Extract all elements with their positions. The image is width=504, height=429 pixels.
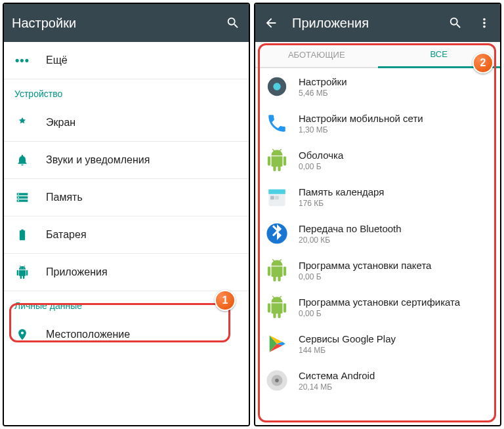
app-meta: Сервисы Google Play144 МБ bbox=[299, 333, 396, 355]
app-name: Система Android bbox=[299, 370, 375, 381]
apps-content: АБОТАЮЩИЕ ВСЕ Настройки5,46 МБНастройки … bbox=[255, 42, 500, 425]
svg-rect-5 bbox=[275, 196, 279, 200]
app-name: Сервисы Google Play bbox=[299, 333, 396, 344]
battery-icon bbox=[14, 228, 30, 241]
svg-point-1 bbox=[273, 83, 280, 90]
app-meta: Настройки5,46 МБ bbox=[299, 76, 347, 98]
display-label: Экран bbox=[46, 117, 75, 129]
svg-point-13 bbox=[275, 378, 279, 382]
svg-rect-4 bbox=[270, 196, 274, 200]
app-size: 1,30 МБ bbox=[299, 125, 423, 134]
section-device: Устройство bbox=[4, 79, 249, 104]
app-row[interactable]: Программа установки пакета0,00 Б bbox=[255, 252, 500, 289]
location-icon bbox=[14, 328, 30, 341]
apps-icon bbox=[14, 266, 30, 279]
search-icon[interactable] bbox=[225, 15, 241, 31]
bluetooth-icon bbox=[264, 221, 289, 246]
app-row[interactable]: Система Android20,14 МБ bbox=[255, 362, 500, 399]
system-icon bbox=[264, 368, 289, 393]
app-row[interactable]: Сервисы Google Play144 МБ bbox=[255, 325, 500, 362]
phone-icon bbox=[264, 111, 289, 136]
app-meta: Программа установки пакета0,00 Б bbox=[299, 260, 431, 281]
tab-running[interactable]: АБОТАЮЩИЕ bbox=[255, 42, 378, 67]
display-icon bbox=[14, 116, 30, 129]
page-title: Приложения bbox=[292, 16, 434, 31]
apps-label: Приложения bbox=[46, 266, 108, 278]
app-name: Настройки bbox=[299, 76, 347, 87]
app-name: Программа установки сертификата bbox=[299, 296, 460, 308]
step-badge-1: 1 bbox=[215, 290, 236, 311]
android-icon bbox=[264, 295, 289, 319]
app-size: 0,00 Б bbox=[299, 309, 460, 318]
app-size: 144 МБ bbox=[299, 346, 396, 355]
app-row[interactable]: Оболочка0,00 Б bbox=[255, 142, 500, 178]
tabs: АБОТАЮЩИЕ ВСЕ bbox=[255, 42, 500, 68]
appbar-apps: Приложения bbox=[255, 4, 500, 42]
storage-icon bbox=[14, 191, 30, 204]
app-meta: Настройки мобильной сети1,30 МБ bbox=[299, 113, 423, 134]
row-battery[interactable]: Батарея bbox=[4, 216, 249, 253]
app-row[interactable]: Передача по Bluetooth20,00 КБ bbox=[255, 215, 500, 252]
app-name: Программа установки пакета bbox=[299, 260, 431, 271]
play-icon bbox=[264, 331, 289, 356]
page-title: Настройки bbox=[12, 16, 212, 31]
settings-content: ••• Ещё Устройство Экран Звуки и уведомл… bbox=[4, 42, 249, 425]
app-size: 0,00 Б bbox=[299, 272, 431, 281]
row-location[interactable]: Местоположение bbox=[4, 316, 249, 353]
app-size: 20,14 МБ bbox=[299, 382, 375, 392]
step-badge-2: 2 bbox=[472, 52, 494, 73]
app-name: Оболочка bbox=[299, 150, 343, 161]
app-row[interactable]: Настройки мобильной сети1,30 МБ bbox=[255, 105, 500, 142]
phone-apps: Приложения АБОТАЮЩИЕ ВСЕ Настройки5,46 М… bbox=[254, 3, 501, 426]
row-more[interactable]: ••• Ещё bbox=[4, 42, 249, 79]
app-meta: Передача по Bluetooth20,00 КБ bbox=[299, 223, 402, 245]
more-icon: ••• bbox=[14, 54, 30, 68]
row-display[interactable]: Экран bbox=[4, 104, 249, 141]
app-row[interactable]: Программа установки сертификата0,00 Б bbox=[255, 289, 500, 325]
calendar-icon bbox=[264, 184, 289, 209]
app-size: 176 КБ bbox=[299, 199, 384, 208]
app-meta: Оболочка0,00 Б bbox=[299, 150, 343, 171]
app-meta: Программа установки сертификата0,00 Б bbox=[299, 296, 460, 318]
battery-label: Батарея bbox=[46, 229, 87, 241]
phone-settings: Настройки ••• Ещё Устройство Экран Звуки… bbox=[3, 3, 250, 426]
row-storage[interactable]: Память bbox=[4, 179, 249, 216]
app-name: Настройки мобильной сети bbox=[299, 113, 423, 124]
section-personal: Личные данные bbox=[4, 291, 249, 316]
row-apps[interactable]: Приложения bbox=[4, 254, 249, 291]
back-icon[interactable] bbox=[263, 15, 279, 31]
app-size: 20,00 КБ bbox=[299, 235, 402, 245]
app-list: Настройки5,46 МБНастройки мобильной сети… bbox=[255, 68, 500, 399]
svg-rect-3 bbox=[268, 190, 285, 194]
app-name: Память календаря bbox=[299, 186, 384, 197]
overflow-icon[interactable] bbox=[476, 15, 492, 31]
search-icon[interactable] bbox=[448, 15, 463, 31]
android-icon bbox=[264, 148, 289, 173]
sound-label: Звуки и уведомления bbox=[46, 154, 150, 166]
more-label: Ещё bbox=[46, 54, 68, 66]
storage-label: Память bbox=[46, 192, 83, 203]
app-meta: Система Android20,14 МБ bbox=[299, 370, 375, 392]
app-row[interactable]: Память календаря176 КБ bbox=[255, 178, 500, 215]
settings-icon bbox=[264, 74, 289, 99]
app-meta: Память календаря176 КБ bbox=[299, 186, 384, 208]
location-label: Местоположение bbox=[46, 329, 130, 340]
app-size: 5,46 МБ bbox=[299, 89, 347, 98]
app-size: 0,00 Б bbox=[299, 162, 343, 171]
app-name: Передача по Bluetooth bbox=[299, 223, 402, 234]
appbar-settings: Настройки bbox=[4, 4, 249, 42]
bell-icon bbox=[14, 153, 30, 167]
app-row[interactable]: Настройки5,46 МБ bbox=[255, 68, 500, 105]
android-icon bbox=[264, 258, 289, 283]
row-sound[interactable]: Звуки и уведомления bbox=[4, 142, 249, 178]
